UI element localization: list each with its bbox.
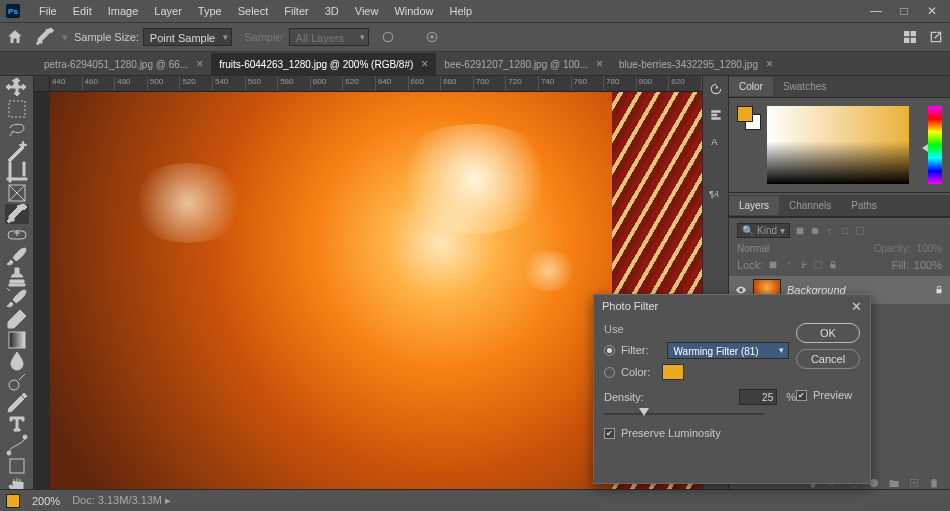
grid-icon[interactable] bbox=[902, 29, 918, 45]
lock-trans-icon[interactable] bbox=[768, 260, 778, 270]
eyedropper-tool[interactable] bbox=[5, 204, 29, 224]
fg-bg-swatches[interactable] bbox=[737, 106, 761, 130]
filter-dropdown[interactable]: Warming Filter (81) bbox=[667, 342, 789, 359]
eraser-tool[interactable] bbox=[5, 309, 29, 329]
tab-layers[interactable]: Layers bbox=[729, 196, 779, 215]
frame-tool[interactable] bbox=[5, 183, 29, 203]
density-input[interactable] bbox=[739, 389, 777, 405]
maximize-button[interactable]: □ bbox=[892, 2, 916, 20]
sample-size-dropdown[interactable]: Point Sample bbox=[143, 28, 232, 46]
tab-color[interactable]: Color bbox=[729, 77, 773, 96]
tab-close-icon[interactable]: × bbox=[421, 57, 428, 71]
document-tab[interactable]: blue-berries-3432295_1280.jpg× bbox=[611, 53, 781, 75]
dialog-title: Photo Filter bbox=[602, 300, 658, 312]
tab-swatches[interactable]: Swatches bbox=[773, 77, 836, 96]
eyedropper-icon[interactable] bbox=[34, 26, 56, 48]
dodge-tool[interactable] bbox=[5, 372, 29, 392]
zoom-level[interactable]: 200% bbox=[32, 495, 60, 507]
document-tab[interactable]: petra-6294051_1280.jpg @ 66...× bbox=[36, 53, 211, 75]
menu-layer[interactable]: Layer bbox=[147, 2, 189, 20]
lock-brush-icon[interactable] bbox=[783, 260, 793, 270]
gradient-tool[interactable] bbox=[5, 330, 29, 350]
crop-tool[interactable] bbox=[5, 162, 29, 182]
tab-close-icon[interactable]: × bbox=[596, 57, 603, 71]
filter-dropdown-value: Warming Filter (81) bbox=[674, 346, 759, 357]
pen-tool[interactable] bbox=[5, 393, 29, 413]
brush-tool[interactable] bbox=[5, 246, 29, 266]
filter-adjust-icon[interactable] bbox=[810, 226, 820, 236]
stamp-tool[interactable] bbox=[5, 267, 29, 287]
menu-help[interactable]: Help bbox=[443, 2, 480, 20]
character-icon[interactable]: A bbox=[709, 134, 723, 148]
filter-shape-icon[interactable] bbox=[840, 226, 850, 236]
close-button[interactable]: ✕ bbox=[920, 2, 944, 20]
density-slider[interactable] bbox=[604, 407, 764, 421]
heal-tool[interactable] bbox=[5, 225, 29, 245]
sample-dropdown[interactable]: All Layers bbox=[289, 28, 369, 46]
blur-tool[interactable] bbox=[5, 351, 29, 371]
path-tool[interactable] bbox=[5, 435, 29, 455]
move-tool[interactable] bbox=[5, 78, 29, 98]
history-brush-tool[interactable] bbox=[5, 288, 29, 308]
document-tab-label: blue-berries-3432295_1280.jpg bbox=[619, 59, 758, 70]
filter-pixel-icon[interactable] bbox=[795, 226, 805, 236]
tab-close-icon[interactable]: × bbox=[766, 57, 773, 71]
tab-close-icon[interactable]: × bbox=[196, 57, 203, 71]
shape-tool[interactable] bbox=[5, 456, 29, 476]
trash-icon[interactable] bbox=[928, 477, 940, 489]
cancel-button[interactable]: Cancel bbox=[796, 349, 860, 369]
wand-tool[interactable] bbox=[5, 141, 29, 161]
preview-checkbox[interactable]: ✔ bbox=[796, 390, 807, 401]
menu-view[interactable]: View bbox=[348, 2, 386, 20]
preview-label: Preview bbox=[813, 389, 852, 401]
tab-paths[interactable]: Paths bbox=[841, 196, 887, 215]
blend-mode-dropdown[interactable]: Normal bbox=[737, 243, 868, 254]
marquee-tool[interactable] bbox=[5, 99, 29, 119]
menu-filter[interactable]: Filter bbox=[277, 2, 315, 20]
doc-info[interactable]: Doc: 3.13M/3.13M ▸ bbox=[72, 494, 171, 507]
circle-icon[interactable] bbox=[381, 30, 395, 44]
minimize-button[interactable]: — bbox=[864, 2, 888, 20]
document-tab[interactable]: fruits-6044263_1280.jpg @ 200% (RGB/8#)× bbox=[211, 53, 436, 75]
preserve-luminosity-checkbox[interactable]: ✔ bbox=[604, 428, 615, 439]
tab-channels[interactable]: Channels bbox=[779, 196, 841, 215]
menu-image[interactable]: Image bbox=[101, 2, 146, 20]
photo-filter-dialog[interactable]: Photo Filter ✕ Use Filter: Warming Filte… bbox=[593, 294, 871, 484]
opacity-label: Opacity: bbox=[874, 243, 911, 254]
type-tool[interactable] bbox=[5, 414, 29, 434]
paragraph-icon[interactable]: ¶A bbox=[709, 186, 723, 200]
menu-type[interactable]: Type bbox=[191, 2, 229, 20]
menu-edit[interactable]: Edit bbox=[66, 2, 99, 20]
menu-select[interactable]: Select bbox=[231, 2, 276, 20]
fill-value[interactable]: 100% bbox=[914, 259, 942, 271]
properties-icon[interactable] bbox=[709, 108, 723, 122]
ok-button[interactable]: OK bbox=[796, 323, 860, 343]
foreground-swatch[interactable] bbox=[737, 106, 753, 122]
new-layer-icon[interactable] bbox=[908, 477, 920, 489]
hue-slider[interactable] bbox=[928, 106, 942, 184]
home-icon[interactable] bbox=[6, 28, 24, 46]
filter-radio[interactable] bbox=[604, 345, 615, 356]
lasso-tool[interactable] bbox=[5, 120, 29, 140]
color-radio[interactable] bbox=[604, 367, 615, 378]
document-tab[interactable]: bee-6291207_1280.jpg @ 100...× bbox=[436, 53, 611, 75]
history-icon[interactable] bbox=[709, 82, 723, 96]
filter-type-icon[interactable]: T bbox=[825, 226, 835, 236]
menu-3d[interactable]: 3D bbox=[318, 2, 346, 20]
lock-all-icon[interactable] bbox=[828, 260, 838, 270]
target-icon[interactable] bbox=[425, 30, 439, 44]
color-swatch[interactable] bbox=[662, 364, 684, 380]
menu-window[interactable]: Window bbox=[387, 2, 440, 20]
filter-smart-icon[interactable] bbox=[855, 226, 865, 236]
color-spectrum[interactable] bbox=[767, 106, 909, 184]
slider-thumb-icon[interactable] bbox=[639, 408, 649, 416]
layer-kind-filter[interactable]: 🔍 Kind ▾ bbox=[737, 223, 790, 238]
opacity-value[interactable]: 100% bbox=[916, 243, 942, 254]
dialog-titlebar[interactable]: Photo Filter ✕ bbox=[594, 295, 870, 317]
lock-move-icon[interactable] bbox=[798, 260, 808, 270]
lock-nest-icon[interactable] bbox=[813, 260, 823, 270]
folder-icon[interactable] bbox=[888, 477, 900, 489]
menu-file[interactable]: File bbox=[32, 2, 64, 20]
share-icon[interactable] bbox=[928, 29, 944, 45]
dialog-close-button[interactable]: ✕ bbox=[851, 299, 862, 314]
